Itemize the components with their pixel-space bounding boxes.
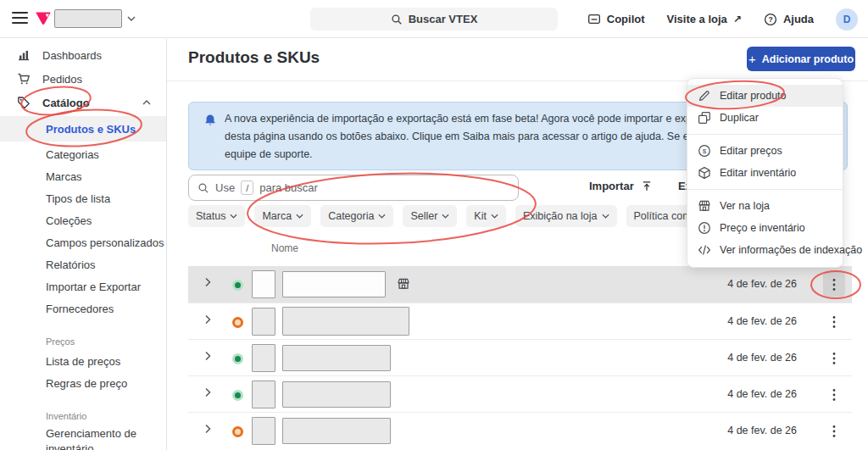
table-row[interactable]: 4 de fev. de 26 [188, 303, 852, 339]
sidebar-label-produtos-e-skus: Produtos e SKUs [46, 123, 136, 136]
product-name-placeholder [282, 271, 386, 297]
table-row[interactable]: 4 de fev. de 26 [188, 412, 852, 448]
menu-item-editar-produto[interactable]: Editar produto [687, 85, 843, 107]
alert-circle-icon [698, 221, 711, 235]
menu-item-duplicar[interactable]: Duplicar [687, 107, 843, 129]
filter-categoria-label: Categoria [328, 210, 374, 222]
menu-item-editar-inventario[interactable]: Editar inventário [687, 162, 843, 184]
row-expander-icon[interactable] [203, 277, 219, 292]
filter-status[interactable]: Status [188, 205, 245, 227]
row-date: 4 de fev. de 26 [727, 388, 797, 400]
table-row[interactable]: 4 de fev. de 26 [188, 339, 852, 375]
bell-icon [203, 114, 217, 127]
sidebar-item-marcas[interactable]: Marcas [0, 165, 166, 187]
sidebar-label-pedidos: Pedidos [42, 73, 166, 86]
product-name-placeholder [282, 307, 409, 336]
sidebar-label-marcas: Marcas [46, 170, 82, 183]
page-title: Produtos e SKUs [188, 48, 320, 67]
sidebar-label-relatorios: Relatórios [46, 258, 96, 271]
avatar-initial: D [843, 14, 851, 25]
global-search-input[interactable]: Buscar VTEX [310, 8, 558, 31]
row-expander-icon[interactable] [203, 314, 219, 330]
upload-icon [641, 181, 653, 192]
product-thumbnail-placeholder [252, 344, 275, 372]
sidebar-label-gerenciamento: Gerenciamento de inventário [46, 426, 154, 450]
sidebar-item-campos-personalizados[interactable]: Campos personalizados [0, 231, 166, 253]
filter-seller-label: Seller [410, 210, 437, 222]
product-search-input[interactable]: Use / para buscar [188, 175, 519, 201]
row-expander-icon[interactable] [203, 424, 219, 439]
plus-icon: + [748, 53, 756, 65]
sidebar-item-produtos-e-skus[interactable]: Produtos e SKUs [0, 116, 166, 142]
filter-seller[interactable]: Seller [403, 205, 457, 227]
import-button[interactable]: Importar [589, 180, 653, 192]
table-row[interactable]: 4 de fev. de 26 [188, 375, 852, 412]
sidebar-item-colecoes[interactable]: Coleções [0, 209, 166, 231]
menu-item-ver-informacoes-de-indexacao[interactable]: Ver informações de indexação [687, 239, 843, 261]
status-dot [232, 317, 243, 328]
sidebar-label-catalogo: Catálogo [42, 97, 131, 109]
chevron-down-icon [296, 214, 303, 219]
chevron-up-icon [142, 100, 151, 105]
row-expander-icon[interactable] [203, 351, 219, 366]
sidebar-label-dashboards: Dashboards [42, 49, 166, 62]
avatar[interactable]: D [836, 8, 858, 31]
filter-status-label: Status [196, 210, 225, 222]
row-kebab-menu-button[interactable] [823, 346, 845, 370]
account-selector[interactable] [54, 9, 122, 28]
sidebar-label-categorias: Categorias [46, 148, 99, 161]
cart-icon [17, 72, 31, 86]
sidebar-label-tipos-de-lista: Tipos de lista [46, 192, 110, 205]
sidebar-item-lista-de-precos[interactable]: Lista de preços [0, 350, 166, 372]
menu-label: Editar inventário [720, 167, 796, 179]
storefront-icon [397, 277, 410, 291]
sidebar-item-importar-e-exportar[interactable]: Importar e Exportar [0, 275, 166, 297]
visit-store-link[interactable]: Visite a loja ↗ [667, 13, 742, 25]
add-product-button[interactable]: + Adicionar produto [747, 47, 855, 71]
menu-label: Editar preços [720, 145, 782, 157]
sidebar-item-gerenciamento-de-inventario[interactable]: Gerenciamento de inventário [0, 425, 166, 450]
cube-icon [698, 166, 711, 180]
filter-exibicao-na-loja[interactable]: Exibição na loja [515, 205, 617, 227]
help-button[interactable]: ? Ajuda [764, 13, 814, 26]
row-date: 4 de fev. de 26 [727, 425, 797, 436]
filter-kit[interactable]: Kit [466, 205, 506, 227]
status-dot [232, 280, 243, 291]
menu-item-editar-precos[interactable]: $ Editar preços [687, 140, 843, 162]
menu-label: Duplicar [720, 112, 759, 124]
row-date: 4 de fev. de 26 [727, 315, 797, 327]
chevron-down-icon [230, 214, 237, 219]
product-thumbnail-placeholder [252, 417, 275, 445]
filter-marca-label: Marca [262, 210, 292, 222]
row-kebab-menu-button[interactable] [823, 309, 845, 334]
sidebar-item-tipos-de-lista[interactable]: Tipos de lista [0, 187, 166, 209]
filter-categoria[interactable]: Categoria [320, 205, 393, 227]
sidebar-item-fornecedores[interactable]: Fornecedores [0, 297, 166, 319]
row-kebab-menu-button[interactable] [823, 419, 845, 443]
chevron-down-icon [127, 16, 136, 21]
sidebar-item-dashboards[interactable]: Dashboards [0, 43, 166, 67]
product-thumbnail-placeholder [252, 270, 275, 298]
vtex-logo-icon[interactable] [34, 9, 53, 28]
sidebar-item-categorias[interactable]: Categorias [0, 143, 166, 165]
row-expander-icon[interactable] [203, 387, 219, 403]
sidebar-label-campos-personalizados: Campos personalizados [46, 236, 164, 249]
copilot-button[interactable]: Copilot [587, 13, 645, 26]
duplicate-icon [698, 111, 711, 125]
row-date: 4 de fev. de 26 [727, 278, 797, 290]
sidebar-item-regras-de-preco[interactable]: Regras de preço [0, 372, 166, 394]
filter-marca[interactable]: Marca [254, 205, 311, 227]
menu-item-ver-na-loja[interactable]: Ver na loja [687, 195, 843, 217]
menu-item-preco-e-inventario[interactable]: Preço e inventário [687, 217, 843, 239]
hamburger-menu-icon[interactable] [12, 12, 28, 25]
table-row[interactable]: 4 de fev. de 26 [188, 266, 852, 303]
row-kebab-menu-button[interactable] [823, 382, 845, 407]
row-kebab-menu-button[interactable] [823, 272, 845, 297]
product-thumbnail-placeholder [252, 308, 275, 336]
global-search-label: Buscar VTEX [409, 13, 478, 25]
external-link-icon: ↗ [733, 14, 742, 25]
chevron-down-icon [602, 214, 609, 219]
sidebar-item-catalogo[interactable]: Catálogo [0, 91, 166, 114]
sidebar-item-pedidos[interactable]: Pedidos [0, 67, 166, 91]
sidebar-item-relatorios[interactable]: Relatórios [0, 253, 166, 275]
